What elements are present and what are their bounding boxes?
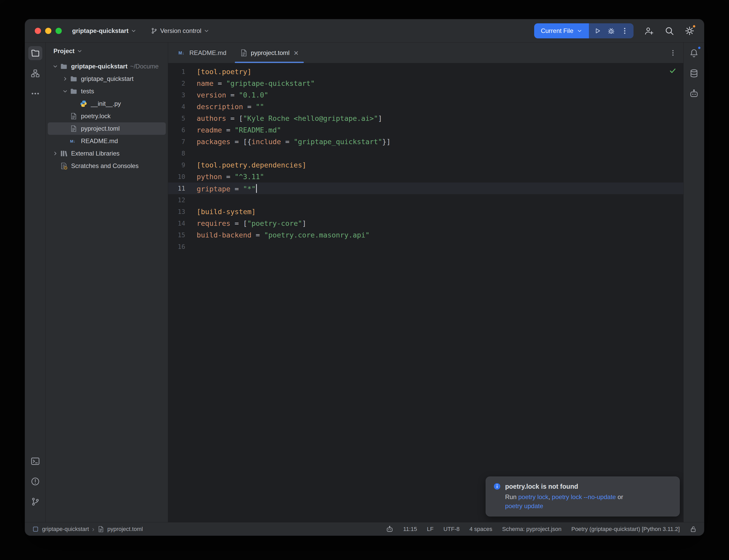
ai-assistant-status-icon[interactable] xyxy=(386,526,393,533)
version-control-tool-button[interactable] xyxy=(28,495,42,509)
code-editor[interactable]: 1[tool.poetry]2name = "griptape-quicksta… xyxy=(168,63,683,522)
line-number: 15 xyxy=(168,232,193,239)
chevron-right-icon[interactable] xyxy=(61,74,69,83)
line-number: 3 xyxy=(168,92,193,99)
run-configuration-label: Current File xyxy=(541,27,573,34)
project-tree: griptape-quickstart~/Documegriptape_quic… xyxy=(46,60,168,173)
tree-item-label: tests xyxy=(81,88,94,95)
code-line-5[interactable]: 5authors = ["Kyle Roche <hello@griptape.… xyxy=(168,113,683,124)
code-line-2[interactable]: 2name = "griptape-quickstart" xyxy=(168,78,683,89)
project-name: griptape-quickstart xyxy=(72,27,128,34)
code-line-1[interactable]: 1[tool.poetry] xyxy=(168,66,683,78)
settings-button[interactable] xyxy=(683,25,696,37)
code-line-6[interactable]: 6readme = "README.md" xyxy=(168,124,683,136)
project-panel-header[interactable]: Project xyxy=(46,43,168,60)
chevron-down-icon[interactable] xyxy=(51,62,60,71)
run-widget: Current File xyxy=(534,23,634,38)
chevron-right-icon[interactable] xyxy=(51,149,60,158)
minimize-window-button[interactable] xyxy=(45,28,51,34)
line-number: 5 xyxy=(168,115,193,122)
module-icon xyxy=(32,526,39,533)
more-run-actions-icon[interactable] xyxy=(619,25,630,37)
encoding-widget[interactable]: UTF-8 xyxy=(443,526,460,533)
lock-open-icon[interactable] xyxy=(690,526,697,533)
code-line-9[interactable]: 9[tool.poetry.dependencies] xyxy=(168,159,683,171)
chevron-down-icon xyxy=(131,28,136,33)
code-line-4[interactable]: 4description = "" xyxy=(168,101,683,113)
info-icon xyxy=(493,482,501,490)
notification-title: poetry.lock is not found xyxy=(505,483,578,490)
code-line-13[interactable]: 13[build-system] xyxy=(168,206,683,218)
code-line-3[interactable]: 3version = "0.1.0" xyxy=(168,89,683,101)
project-panel-title: Project xyxy=(53,47,74,55)
code-line-11[interactable]: 11griptape = "*" xyxy=(168,183,683,194)
line-number: 12 xyxy=(168,197,193,204)
toml-icon xyxy=(69,124,78,133)
notification-link[interactable]: poetry lock xyxy=(518,493,549,500)
chevron-down-icon xyxy=(204,28,209,33)
tab-pyproject-toml[interactable]: pyproject.toml × xyxy=(233,43,305,63)
tree-item-griptape-quickstart[interactable]: griptape_quickstart xyxy=(48,73,166,85)
breadcrumb-project[interactable]: griptape-quickstart xyxy=(42,526,89,533)
zoom-window-button[interactable] xyxy=(55,28,62,34)
vcs-widget[interactable]: Version control xyxy=(151,27,209,34)
code-line-12[interactable]: 12 xyxy=(168,194,683,206)
tree-item-external-libraries[interactable]: External Libraries xyxy=(48,147,166,160)
code-area: 1[tool.poetry]2name = "griptape-quicksta… xyxy=(168,63,683,253)
terminal-tool-button[interactable] xyxy=(28,454,42,468)
tree-item-tests[interactable]: tests xyxy=(48,85,166,97)
code-line-10[interactable]: 10python = "^3.11" xyxy=(168,171,683,183)
notification-balloon: poetry.lock is not found Run poetry lock… xyxy=(486,477,680,516)
code-line-7[interactable]: 7packages = [{include = "griptape_quicks… xyxy=(168,136,683,148)
cursor-position-widget[interactable]: 11:15 xyxy=(403,526,417,533)
tree-item-readme-md[interactable]: M↓README.md xyxy=(48,135,166,147)
tree-item-label: __init__.py xyxy=(91,100,121,107)
interpreter-widget[interactable]: Poetry (griptape-quickstart) [Python 3.1… xyxy=(571,526,680,533)
project-tool-button[interactable] xyxy=(28,46,42,60)
code-line-16[interactable]: 16 xyxy=(168,241,683,253)
status-widgets: 11:15 LF UTF-8 4 spaces Schema: pyprojec… xyxy=(386,526,697,533)
breadcrumb-file[interactable]: pyproject.toml xyxy=(107,526,143,533)
tree-item-label: External Libraries xyxy=(71,150,120,157)
database-tool-button[interactable] xyxy=(687,66,701,80)
indent-widget[interactable]: 4 spaces xyxy=(469,526,492,533)
code-line-8[interactable]: 8 xyxy=(168,148,683,159)
project-folder-icon xyxy=(31,48,40,58)
project-switcher[interactable]: griptape-quickstart xyxy=(72,27,136,34)
run-configuration-select[interactable]: Current File xyxy=(534,23,589,38)
structure-icon xyxy=(31,69,40,78)
tree-item-poetry-lock[interactable]: poetry.lock xyxy=(48,110,166,122)
chevron-down-icon[interactable] xyxy=(61,87,69,96)
close-tab-icon[interactable]: × xyxy=(294,49,298,57)
add-user-button[interactable] xyxy=(643,25,655,37)
tree-item-scratches-and-consoles[interactable]: Scratches and Consoles xyxy=(48,160,166,172)
code-line-15[interactable]: 15build-backend = "poetry.core.masonry.a… xyxy=(168,229,683,241)
tree-item-griptape-quickstart[interactable]: griptape-quickstart~/Docume xyxy=(48,60,166,73)
schema-widget[interactable]: Schema: pyproject.json xyxy=(502,526,562,533)
line-number: 16 xyxy=(168,243,193,250)
notification-link[interactable]: poetry update xyxy=(505,502,543,509)
debug-button[interactable] xyxy=(606,25,617,37)
more-tool-windows-button[interactable] xyxy=(28,87,42,101)
tab-options-icon[interactable] xyxy=(668,48,678,58)
terminal-icon xyxy=(31,457,40,466)
tree-item-pyproject-toml[interactable]: pyproject.toml xyxy=(48,122,166,135)
folder-icon xyxy=(69,87,78,95)
notifications-button[interactable] xyxy=(687,46,701,60)
line-number: 4 xyxy=(168,103,193,110)
structure-tool-button[interactable] xyxy=(28,66,42,80)
close-window-button[interactable] xyxy=(35,28,41,34)
search-icon xyxy=(663,25,676,37)
tab-readme-md[interactable]: M↓ README.md xyxy=(172,43,233,63)
notification-link[interactable]: poetry lock --no-update xyxy=(552,493,616,500)
line-ending-widget[interactable]: LF xyxy=(427,526,434,533)
search-everywhere-button[interactable] xyxy=(663,25,676,37)
tree-item-label: Scratches and Consoles xyxy=(71,162,138,170)
problems-icon xyxy=(31,477,40,486)
problems-tool-button[interactable] xyxy=(28,474,42,488)
code-line-14[interactable]: 14requires = ["poetry-core"] xyxy=(168,218,683,229)
run-button[interactable] xyxy=(592,25,603,37)
tree-item--init-py[interactable]: __init__.py xyxy=(48,97,166,110)
ai-assistant-tool-button[interactable] xyxy=(687,87,701,101)
tree-item-label: README.md xyxy=(81,137,118,145)
